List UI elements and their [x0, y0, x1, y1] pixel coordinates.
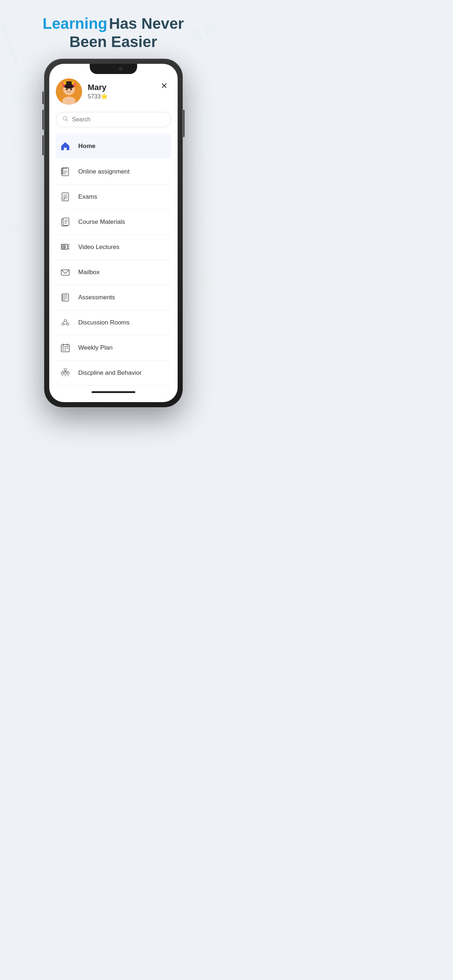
header-word-rest2: Been Easier	[69, 33, 157, 50]
menu-label-exams: Exams	[78, 193, 97, 200]
phone-button-power	[183, 110, 185, 137]
svg-rect-69	[62, 348, 64, 349]
svg-rect-70	[65, 348, 66, 349]
menu-item-discipline-behavior[interactable]: Discpline and Behavior	[56, 361, 171, 386]
user-points: 5733⭐	[88, 93, 108, 100]
phone-notch	[90, 64, 137, 74]
svg-rect-29	[66, 168, 67, 169]
menu-item-mailbox[interactable]: Mailbox	[56, 260, 171, 285]
svg-rect-6	[201, 110, 206, 153]
menu-item-video-lectures[interactable]: Video Lectures	[56, 235, 171, 260]
svg-point-60	[62, 298, 63, 299]
menu-item-online-assignment[interactable]: Online assignment	[56, 159, 171, 185]
svg-point-61	[62, 299, 63, 300]
home-indicator	[91, 391, 135, 393]
svg-point-84	[67, 375, 69, 376]
svg-point-24	[70, 88, 72, 90]
video-icon	[59, 240, 72, 254]
exams-icon	[59, 190, 72, 204]
svg-point-20	[73, 84, 76, 87]
header-title: Learning Has Never Been Easier	[43, 14, 184, 51]
header-word-learning: Learning	[43, 15, 107, 32]
menu-label-home: Home	[78, 143, 96, 150]
svg-text:π: π	[197, 153, 206, 167]
menu-label-video-lectures: Video Lectures	[78, 243, 120, 251]
svg-rect-74	[64, 369, 66, 371]
svg-rect-28	[65, 168, 65, 169]
svg-rect-77	[67, 372, 69, 374]
assignment-icon	[59, 165, 72, 178]
search-input[interactable]	[72, 116, 164, 123]
menu-item-course-materials[interactable]: Course Materials	[56, 210, 171, 235]
menu-label-mailbox: Mailbox	[78, 269, 100, 276]
svg-rect-71	[67, 348, 68, 349]
phone-mockup: ✕	[44, 59, 183, 407]
svg-rect-26	[62, 168, 69, 176]
svg-rect-3	[1, 22, 19, 64]
svg-rect-73	[65, 350, 66, 351]
discipline-icon	[59, 366, 72, 380]
menu-item-weekly-plan[interactable]: Weekly Plan	[56, 336, 171, 361]
phone-camera	[119, 67, 123, 71]
svg-text:✏: ✏	[7, 221, 22, 241]
search-icon	[63, 116, 69, 123]
close-button[interactable]: ✕	[161, 81, 167, 91]
discussion-icon	[59, 316, 72, 329]
menu-item-discussion-rooms[interactable]: Discussion Rooms	[56, 310, 171, 336]
svg-point-58	[62, 294, 63, 296]
svg-rect-47	[63, 246, 64, 248]
phone-button-volume-down	[42, 135, 44, 155]
phone-screen: Mary 5733⭐	[49, 64, 178, 402]
assessments-icon	[59, 291, 72, 304]
svg-text:A: A	[190, 24, 204, 48]
svg-point-82	[62, 375, 63, 376]
avatar	[56, 78, 82, 105]
svg-point-62	[64, 320, 66, 321]
svg-rect-76	[64, 372, 66, 374]
user-profile: Mary 5733⭐	[56, 76, 171, 105]
svg-text:∑: ∑	[9, 133, 20, 149]
svg-point-17	[62, 84, 65, 87]
header-word-rest1: Has Never	[109, 15, 184, 32]
svg-rect-53	[62, 294, 69, 301]
svg-point-25	[63, 116, 67, 120]
phone-inner-frame: ✕	[49, 64, 178, 402]
svg-text:📐: 📐	[201, 270, 219, 288]
calendar-icon	[59, 341, 72, 355]
phone-button-mute	[42, 92, 44, 104]
svg-text:C: C	[215, 32, 226, 51]
menu-list: Home	[56, 134, 171, 386]
user-info: Mary 5733⭐	[88, 83, 108, 100]
menu-label-assessments: Assessments	[78, 294, 115, 301]
svg-rect-27	[63, 168, 64, 169]
svg-point-59	[62, 296, 63, 297]
svg-rect-75	[61, 372, 64, 374]
menu-label-discussion-rooms: Discussion Rooms	[78, 319, 130, 326]
svg-point-83	[65, 375, 66, 376]
svg-point-23	[65, 88, 67, 90]
user-name: Mary	[88, 83, 108, 92]
menu-item-exams[interactable]: Exams	[56, 185, 171, 210]
materials-icon	[59, 215, 72, 229]
menu-label-discipline-behavior: Discpline and Behavior	[78, 369, 142, 377]
svg-rect-34	[62, 193, 69, 201]
menu-label-online-assignment: Online assignment	[78, 168, 130, 175]
svg-rect-72	[62, 350, 64, 351]
phone-button-volume-up	[42, 110, 44, 130]
svg-point-21	[72, 82, 74, 84]
svg-point-9	[201, 208, 222, 230]
menu-label-course-materials: Course Materials	[78, 218, 126, 226]
menu-item-home[interactable]: Home	[56, 134, 171, 159]
menu-item-assessments[interactable]: Assessments	[56, 285, 171, 310]
phone-outer-frame: ✕	[44, 59, 183, 407]
svg-rect-48	[64, 246, 65, 248]
svg-point-18	[64, 82, 66, 84]
mail-icon	[59, 266, 72, 279]
home-icon	[59, 140, 72, 153]
svg-text:B: B	[204, 20, 216, 40]
svg-rect-5	[13, 75, 31, 100]
search-bar[interactable]	[56, 112, 171, 127]
menu-label-weekly-plan: Weekly Plan	[78, 344, 113, 352]
svg-rect-4	[11, 73, 33, 102]
